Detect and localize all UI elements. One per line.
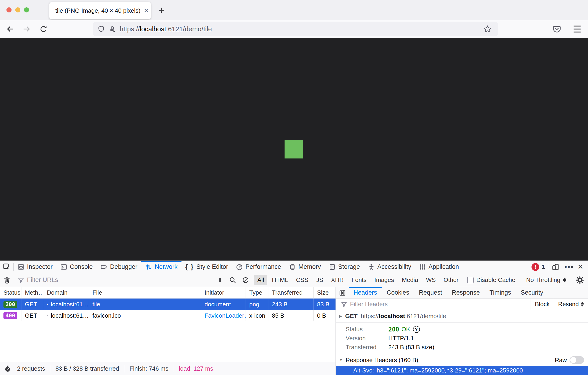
filter-images[interactable]: Images	[371, 275, 397, 285]
tab-close-icon[interactable]: ✕	[140, 7, 149, 14]
pocket-icon	[553, 25, 561, 33]
filter-xhr[interactable]: XHR	[328, 275, 347, 285]
response-headers-section[interactable]: ▼ Response Headers (160 B) Raw	[336, 355, 588, 365]
details-tabbar: Headers Cookies Request Response Timings…	[336, 287, 588, 299]
column-size[interactable]: Size	[314, 287, 336, 298]
tab-console[interactable]: Console	[56, 261, 97, 273]
error-count-button[interactable]: ! 1	[528, 261, 548, 273]
raw-toggle-control[interactable]: Raw	[555, 356, 584, 364]
back-button[interactable]	[3, 22, 17, 36]
bookmark-button[interactable]	[479, 22, 496, 36]
request-summary-line[interactable]: ▶ GET https://localhost:6121/demo/tile	[336, 310, 588, 323]
search-icon[interactable]	[229, 277, 236, 284]
tab-application[interactable]: Application	[415, 261, 463, 273]
reload-button[interactable]	[36, 22, 50, 36]
disable-cache-control[interactable]: Disable Cache	[462, 276, 520, 284]
request-row-favicon[interactable]: 400 GET localhost:61… favicon.ico Favico…	[0, 310, 336, 321]
filter-ws[interactable]: WS	[423, 275, 439, 285]
responsive-design-button[interactable]	[548, 261, 563, 273]
requests-count[interactable]: 2 requests	[12, 365, 50, 373]
lock-insecure-icon[interactable]	[109, 25, 116, 33]
devtools-tabbar: Inspector Console Debugger Network { } S…	[0, 261, 588, 273]
minimize-window-button[interactable]	[15, 7, 20, 12]
filter-js[interactable]: JS	[313, 275, 326, 285]
console-icon	[60, 264, 67, 270]
filter-media[interactable]: Media	[399, 275, 421, 285]
initiator-link[interactable]: FaviconLoader…	[205, 312, 246, 319]
column-transferred[interactable]: Transferred	[268, 287, 314, 298]
filter-html[interactable]: HTML	[269, 275, 292, 285]
clear-requests-button[interactable]	[0, 276, 13, 284]
tab-storage[interactable]: Storage	[325, 261, 364, 273]
resend-dropdown[interactable]: Resend	[554, 299, 588, 310]
browser-tab[interactable]: tile (PNG Image, 40 × 40 pixels) ✕	[49, 2, 151, 19]
filter-other[interactable]: Other	[441, 275, 462, 285]
status-help-icon[interactable]: ?	[413, 326, 420, 333]
url-bar[interactable]: https://localhost:6121/demo/tile	[93, 22, 498, 36]
pick-element-icon	[3, 263, 10, 271]
details-tab-cookies[interactable]: Cookies	[382, 287, 414, 298]
filter-css[interactable]: CSS	[293, 275, 312, 285]
throttling-dropdown[interactable]: No Throttling	[521, 276, 572, 284]
tab-inspector[interactable]: Inspector	[14, 261, 56, 273]
request-row-tile[interactable]: 200 GET localhost:61… tile document png …	[0, 299, 336, 310]
block-icon[interactable]	[242, 277, 249, 284]
filter-urls-field[interactable]	[18, 276, 211, 284]
split-panel-toggle[interactable]	[336, 287, 349, 298]
column-status[interactable]: Status	[0, 287, 21, 298]
pick-element-button[interactable]	[0, 261, 13, 273]
tab-memory[interactable]: Memory	[285, 261, 325, 273]
page-content	[0, 38, 588, 261]
column-file[interactable]: File	[89, 287, 201, 298]
tab-performance[interactable]: Performance	[232, 261, 285, 273]
debugger-icon	[101, 264, 107, 270]
zoom-window-button[interactable]	[24, 7, 29, 12]
shield-permissions-icon[interactable]	[97, 25, 105, 33]
new-tab-button[interactable]: +	[155, 3, 168, 17]
back-arrow-icon	[6, 25, 14, 33]
tab-style-editor[interactable]: { } Style Editor	[181, 261, 232, 273]
load-time[interactable]: load: 127 ms	[174, 365, 218, 373]
tab-network[interactable]: Network	[141, 261, 181, 273]
filter-fonts[interactable]: Fonts	[348, 275, 370, 285]
menu-button[interactable]	[570, 22, 584, 36]
details-tab-timings[interactable]: Timings	[485, 287, 516, 298]
column-type[interactable]: Type	[246, 287, 268, 298]
network-settings-button[interactable]	[572, 276, 588, 284]
column-initiator[interactable]: Initiator	[201, 287, 246, 298]
response-headers-title: Response Headers (160 B)	[346, 356, 552, 364]
raw-toggle[interactable]	[569, 356, 584, 364]
request-url: https://localhost:6121/demo/tile	[361, 313, 446, 320]
filter-headers-input[interactable]	[350, 301, 531, 308]
responsive-design-icon	[552, 263, 559, 271]
header-row-alt-svc[interactable]: Alt-Svc: h3=":6121"; ma=2592000,h3-29=":…	[336, 366, 588, 375]
filter-all[interactable]: All	[254, 275, 267, 285]
summary-transferred-label: Transferred	[346, 344, 388, 351]
forward-button[interactable]	[20, 22, 34, 36]
filter-urls-input[interactable]	[27, 276, 201, 284]
block-button[interactable]: Block	[531, 299, 554, 310]
column-domain[interactable]: Domain	[43, 287, 89, 298]
column-method[interactable]: Meth…	[21, 287, 43, 298]
pocket-button[interactable]	[550, 22, 564, 36]
transferred-summary[interactable]: 83 B / 328 B transferred	[50, 365, 124, 373]
details-tab-request[interactable]: Request	[414, 287, 447, 298]
tab-accessibility[interactable]: Accessibility	[364, 261, 415, 273]
finish-time[interactable]: Finish: 746 ms	[124, 365, 173, 373]
tab-debugger[interactable]: Debugger	[97, 261, 141, 273]
details-tab-response[interactable]: Response	[447, 287, 485, 298]
error-badge-icon: !	[532, 263, 539, 271]
devtools-close-button[interactable]: ✕	[576, 261, 588, 273]
collapse-icon[interactable]: ▼	[339, 358, 343, 362]
pause-icon[interactable]	[217, 277, 223, 283]
disable-cache-checkbox[interactable]	[467, 277, 474, 283]
header-actions: Block Resend	[531, 299, 588, 310]
devtools-menu-button[interactable]: •••	[563, 261, 576, 273]
request-details-panel: Headers Cookies Request Response Timings…	[336, 287, 588, 375]
expander-icon[interactable]: ▶	[339, 314, 342, 319]
details-tab-security[interactable]: Security	[516, 287, 548, 298]
tile-image[interactable]	[284, 140, 303, 159]
close-window-button[interactable]	[6, 7, 11, 12]
details-tab-headers[interactable]: Headers	[349, 287, 382, 298]
storage-icon	[329, 264, 336, 270]
